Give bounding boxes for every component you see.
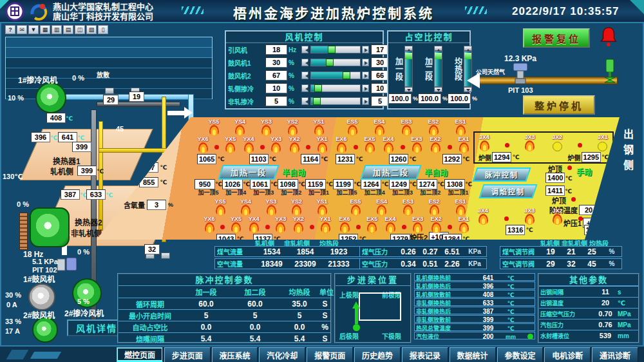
slider-left-arrow[interactable]	[301, 46, 308, 53]
flame-control-button[interactable]: 调焰控制	[478, 184, 537, 198]
burner[interactable]	[504, 134, 510, 148]
slider-left-arrow[interactable]	[301, 59, 308, 66]
burner[interactable]: YX3	[273, 216, 289, 233]
burner[interactable]: YX4	[246, 216, 261, 233]
fan-slider[interactable]	[310, 84, 361, 92]
fan-slider[interactable]	[310, 59, 361, 66]
burner[interactable]: YS5	[206, 119, 222, 136]
valve-icon[interactable]	[105, 88, 114, 94]
slider-down-arrow[interactable]	[404, 87, 413, 92]
duty-slider[interactable]	[404, 51, 413, 87]
burner[interactable]	[401, 216, 408, 229]
toolbar-icon[interactable]: ▧	[86, 25, 97, 34]
slider-left-arrow[interactable]	[301, 84, 308, 92]
duty-slider[interactable]	[434, 51, 442, 87]
fan-slider[interactable]	[310, 46, 361, 53]
fan-setpoint-field[interactable]: 10	[265, 83, 287, 93]
burner[interactable]: EX2	[428, 136, 443, 153]
burner[interactable]	[305, 136, 312, 149]
nav-tab[interactable]: 报表记录	[402, 347, 448, 362]
slider-thumb[interactable]	[343, 71, 350, 79]
slider-right-arrow[interactable]	[362, 97, 369, 105]
cold-fan-1-icon[interactable]	[35, 82, 66, 113]
pulse-value-field[interactable]: 35.0	[279, 300, 319, 309]
duty-value-field[interactable]: 100.0	[448, 93, 471, 104]
burner[interactable]	[264, 216, 270, 229]
toolbar-icon[interactable]: ✉	[17, 25, 27, 34]
blower-2-icon[interactable]	[32, 317, 58, 343]
fan-setpoint-field[interactable]: 67	[265, 70, 287, 81]
pulse-value-field[interactable]: 5	[182, 311, 231, 320]
nav-tab[interactable]: 通讯诊断	[592, 347, 638, 362]
fan-setpoint-field[interactable]: 30	[265, 57, 287, 68]
burner[interactable]: ES2	[426, 119, 441, 136]
slider-thumb[interactable]	[326, 59, 334, 66]
burner[interactable]: ES4	[372, 119, 387, 136]
burner[interactable]: YX6	[195, 136, 211, 153]
burner[interactable]: ES5	[345, 119, 360, 136]
burner[interactable]: JX1	[596, 207, 612, 225]
burner[interactable]: YX2	[287, 136, 302, 153]
slider-thumb[interactable]	[464, 53, 471, 59]
id-fan-icon[interactable]	[30, 207, 70, 247]
burner[interactable]: YX5	[229, 216, 244, 233]
pulse-value-field[interactable]: 5	[231, 311, 279, 320]
burner[interactable]: YX1	[317, 216, 333, 233]
nav-tab[interactable]: 汽化冷却	[259, 347, 305, 362]
burner[interactable]: YS5	[213, 198, 228, 216]
nav-tab[interactable]: 液压系统	[212, 347, 258, 362]
burner[interactable]: ES1	[453, 119, 468, 136]
fan-slider[interactable]	[310, 71, 361, 79]
burner[interactable]: EX1	[456, 216, 471, 233]
burner[interactable]: EX5	[365, 216, 380, 233]
toolbar-icon[interactable]: ?	[5, 25, 15, 34]
slider-right-arrow[interactable]	[362, 71, 369, 79]
burner[interactable]: YS3	[263, 198, 279, 216]
burner[interactable]: YX6	[202, 216, 217, 233]
alarm-bell-icon[interactable]	[598, 26, 620, 50]
burner[interactable]: EX1	[456, 136, 471, 153]
burner[interactable]: JX2	[549, 134, 565, 151]
nav-tab[interactable]: 数据统计	[450, 347, 496, 362]
pulse-control-button[interactable]: 脉冲控制	[472, 167, 531, 182]
fan-slider[interactable]	[310, 97, 361, 105]
burner[interactable]: YS4	[238, 198, 254, 216]
soak-mode[interactable]: 手动	[576, 166, 592, 177]
burner[interactable]: YS3	[259, 119, 274, 136]
burner[interactable]	[447, 216, 453, 229]
burner[interactable]: YX3	[269, 136, 284, 153]
burner[interactable]: YS1	[311, 119, 327, 136]
zone2-badge[interactable]: 加热二段	[360, 165, 421, 180]
burner[interactable]: JX4	[475, 207, 491, 225]
slider-right-arrow[interactable]	[362, 46, 369, 53]
burner[interactable]: EX4	[381, 136, 396, 153]
alarm-reset-button[interactable]: 报警复位	[523, 28, 590, 48]
burner[interactable]: YS2	[289, 198, 305, 216]
slider-up-arrow[interactable]	[434, 46, 442, 51]
burner[interactable]: ES4	[374, 198, 390, 216]
pulse-value-field[interactable]: 5.4	[182, 334, 231, 343]
zone1-mode[interactable]: 半自动	[282, 167, 305, 178]
burner[interactable]: YS4	[232, 119, 248, 136]
pulse-value-field[interactable]: 60.0	[182, 300, 231, 309]
burner[interactable]: JX4	[477, 134, 492, 151]
pulse-value-field[interactable]: 5	[279, 311, 319, 320]
burner[interactable]: YX4	[241, 136, 256, 153]
burner[interactable]	[352, 136, 359, 149]
burner[interactable]: YS1	[314, 198, 330, 216]
blower-1-icon[interactable]	[28, 283, 55, 310]
burner[interactable]: YS2	[285, 119, 300, 136]
toolbar-icon[interactable]: ▦	[40, 25, 50, 34]
burner[interactable]	[578, 207, 584, 221]
slider-right-arrow[interactable]	[362, 84, 369, 92]
nav-tab[interactable]: 参数设定	[497, 347, 544, 362]
burner[interactable]: YX1	[314, 136, 330, 153]
burner[interactable]: EX6	[337, 216, 352, 233]
burner[interactable]: JX1	[595, 134, 611, 151]
burner[interactable]: ES2	[426, 198, 442, 216]
pulse-value-field[interactable]: 5.4	[231, 334, 279, 343]
slider-thumb[interactable]	[328, 46, 336, 53]
burner[interactable]	[503, 207, 509, 221]
toolbar-icon[interactable]: ▼	[28, 25, 39, 34]
burner[interactable]: EX2	[428, 216, 444, 233]
